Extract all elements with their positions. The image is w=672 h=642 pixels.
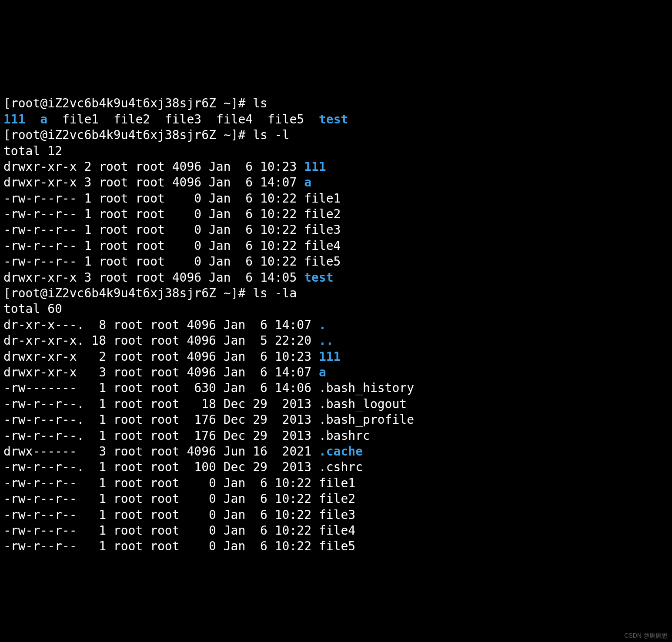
listing-filename: a xyxy=(304,175,311,190)
listing-filename: file5 xyxy=(319,539,355,553)
listing-row: -rw-r--r-- 1 root root 0 Jan 6 10:22 xyxy=(3,523,319,538)
ls-item: 111 xyxy=(3,112,26,126)
ls-la-total: total 60 xyxy=(3,302,62,316)
listing-filename: 111 xyxy=(304,160,326,174)
listing-filename: . xyxy=(319,318,326,332)
listing-filename: file4 xyxy=(319,523,355,538)
listing-row: drwx------ 3 root root 4096 Jun 16 2021 xyxy=(3,444,319,459)
ls-l-total: total 12 xyxy=(3,144,62,158)
command-ls-la: ls -la xyxy=(253,286,297,300)
listing-row: drwxr-xr-x 2 root root 4096 Jan 6 10:23 xyxy=(3,160,304,174)
shell-prompt: [root@iZ2vc6b4k9u4t6xj38sjr6Z ~]# xyxy=(3,96,253,110)
listing-row: -rw-r--r-- 1 root root 0 Jan 6 10:22 xyxy=(3,191,304,206)
command-ls: ls xyxy=(253,96,267,110)
listing-filename: file1 xyxy=(304,191,341,206)
listing-filename: .bash_logout xyxy=(319,397,407,411)
listing-filename: a xyxy=(319,365,326,379)
listing-row: drwxr-xr-x 2 root root 4096 Jan 6 10:23 xyxy=(3,349,319,364)
listing-row: -rw-r--r-- 1 root root 0 Jan 6 10:22 xyxy=(3,239,304,253)
listing-row: dr-xr-xr-x. 18 root root 4096 Jan 5 22:2… xyxy=(3,333,319,348)
listing-row: -rw-r--r-- 1 root root 0 Jan 6 10:22 xyxy=(3,223,304,237)
terminal[interactable]: [root@iZ2vc6b4k9u4t6xj38sjr6Z ~]# ls 111… xyxy=(0,79,672,559)
listing-row: -rw-r--r--. 1 root root 176 Dec 29 2013 xyxy=(3,412,319,427)
listing-filename: file5 xyxy=(304,254,341,269)
ls-la-output: dr-xr-x---. 8 root root 4096 Jan 6 14:07… xyxy=(3,318,414,553)
listing-filename: .cache xyxy=(319,444,363,459)
ls-item: file1 xyxy=(62,112,99,126)
listing-row: drwxr-xr-x 3 root root 4096 Jan 6 14:07 xyxy=(3,175,304,190)
listing-filename: .bash_profile xyxy=(319,412,414,427)
listing-filename: 111 xyxy=(319,349,341,364)
listing-filename: file1 xyxy=(319,476,355,490)
shell-prompt: [root@iZ2vc6b4k9u4t6xj38sjr6Z ~]# xyxy=(3,286,253,300)
ls-item: a xyxy=(40,112,47,126)
listing-row: -rw-r--r-- 1 root root 0 Jan 6 10:22 xyxy=(3,476,319,490)
listing-row: dr-xr-x---. 8 root root 4096 Jan 6 14:07 xyxy=(3,318,319,332)
watermark: CSDN @唐唐思 xyxy=(624,632,668,639)
listing-row: -rw-r--r-- 1 root root 0 Jan 6 10:22 xyxy=(3,508,319,522)
listing-row: -rw-r--r-- 1 root root 0 Jan 6 10:22 xyxy=(3,207,304,221)
listing-row: -rw-r--r--. 1 root root 176 Dec 29 2013 xyxy=(3,429,319,443)
listing-filename: .bash_history xyxy=(319,381,414,395)
listing-filename: test xyxy=(304,270,333,285)
listing-row: drwxr-xr-x 3 root root 4096 Jan 6 14:05 xyxy=(3,270,304,285)
listing-filename: file4 xyxy=(304,239,341,253)
listing-row: -rw-r--r-- 1 root root 0 Jan 6 10:22 xyxy=(3,254,304,269)
command-ls-l: ls -l xyxy=(253,128,289,142)
listing-filename: file2 xyxy=(319,492,355,506)
ls-item: file4 xyxy=(216,112,253,126)
listing-filename: file2 xyxy=(304,207,341,221)
listing-filename: file3 xyxy=(304,223,341,237)
listing-row: -rw------- 1 root root 630 Jan 6 14:06 xyxy=(3,381,319,395)
ls-item: test xyxy=(319,112,348,126)
ls-l-output: drwxr-xr-x 2 root root 4096 Jan 6 10:23 … xyxy=(3,160,341,285)
listing-filename: .. xyxy=(319,333,334,348)
ls-output: 111 a file1 file2 file3 file4 file5 test xyxy=(3,112,348,126)
ls-item: file2 xyxy=(114,112,150,126)
listing-row: drwxr-xr-x 3 root root 4096 Jan 6 14:07 xyxy=(3,365,319,379)
listing-row: -rw-r--r-- 1 root root 0 Jan 6 10:22 xyxy=(3,539,319,553)
shell-prompt: [root@iZ2vc6b4k9u4t6xj38sjr6Z ~]# xyxy=(3,128,253,142)
ls-item: file3 xyxy=(165,112,201,126)
listing-row: -rw-r--r--. 1 root root 18 Dec 29 2013 xyxy=(3,397,319,411)
ls-item: file5 xyxy=(267,112,304,126)
listing-row: -rw-r--r--. 1 root root 100 Dec 29 2013 xyxy=(3,460,319,474)
listing-filename: .bashrc xyxy=(319,429,370,443)
listing-filename: .cshrc xyxy=(319,460,363,474)
listing-filename: file3 xyxy=(319,508,355,522)
listing-row: -rw-r--r-- 1 root root 0 Jan 6 10:22 xyxy=(3,492,319,506)
